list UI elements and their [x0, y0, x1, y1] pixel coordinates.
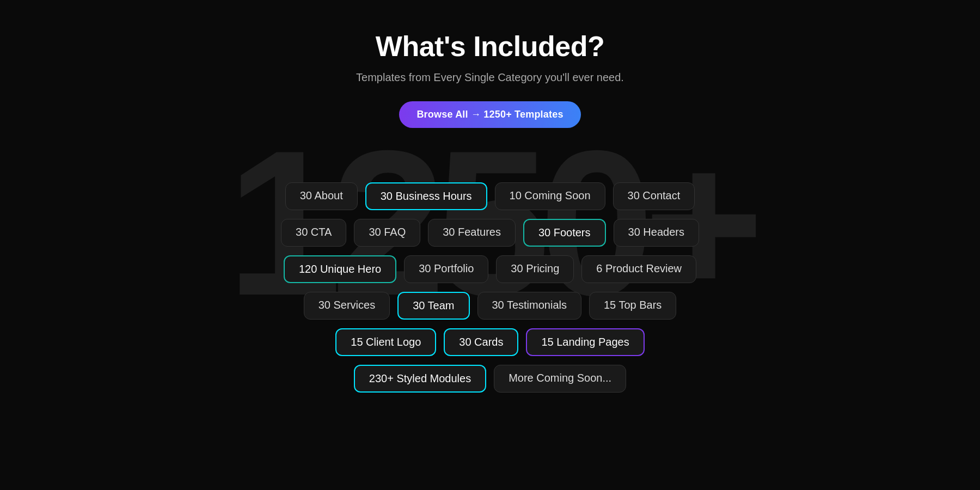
page-container: What's Included? Templates from Every Si… — [0, 0, 980, 490]
tag-item[interactable]: 230+ Styled Modules — [354, 365, 486, 393]
tags-row-0: 30 About30 Business Hours10 Coming Soon3… — [285, 182, 695, 210]
tag-item[interactable]: More Coming Soon... — [494, 365, 626, 393]
tag-item[interactable]: 15 Landing Pages — [526, 328, 644, 356]
page-title: What's Included? — [376, 30, 604, 63]
tag-item[interactable]: 30 Services — [304, 292, 390, 320]
tags-row-5: 230+ Styled ModulesMore Coming Soon... — [354, 365, 626, 393]
tag-item[interactable]: 15 Client Logo — [335, 328, 436, 356]
tag-item[interactable]: 30 Cards — [444, 328, 518, 356]
tags-section: 30 About30 Business Hours10 Coming Soon3… — [0, 182, 980, 393]
tag-item[interactable]: 30 Business Hours — [365, 182, 487, 210]
tag-item[interactable]: 30 FAQ — [354, 219, 420, 247]
tag-item[interactable]: 15 Top Bars — [589, 292, 676, 320]
tags-row-4: 15 Client Logo30 Cards15 Landing Pages — [335, 328, 644, 356]
tag-item[interactable]: 10 Coming Soon — [495, 182, 605, 210]
tag-item[interactable]: 30 CTA — [281, 219, 346, 247]
tag-item[interactable]: 30 Contact — [613, 182, 695, 210]
tag-item[interactable]: 120 Unique Hero — [284, 255, 396, 283]
tag-item[interactable]: 30 Pricing — [496, 255, 574, 283]
tag-item[interactable]: 30 Headers — [614, 219, 699, 247]
tags-row-1: 30 CTA30 FAQ30 Features30 Footers30 Head… — [281, 219, 699, 247]
page-subtitle: Templates from Every Single Category you… — [356, 71, 624, 84]
tag-item[interactable]: 6 Product Review — [581, 255, 696, 283]
tag-item[interactable]: 30 Footers — [523, 219, 606, 247]
tag-item[interactable]: 30 Features — [428, 219, 516, 247]
tag-item[interactable]: 30 About — [285, 182, 358, 210]
tags-row-3: 30 Services30 Team30 Testimonials15 Top … — [304, 292, 677, 320]
tag-item[interactable]: 30 Testimonials — [477, 292, 581, 320]
tag-item[interactable]: 30 Team — [397, 292, 469, 320]
tag-item[interactable]: 30 Portfolio — [404, 255, 488, 283]
tags-row-2: 120 Unique Hero30 Portfolio30 Pricing6 P… — [284, 255, 696, 283]
browse-button[interactable]: Browse All → 1250+ Templates — [399, 101, 580, 128]
